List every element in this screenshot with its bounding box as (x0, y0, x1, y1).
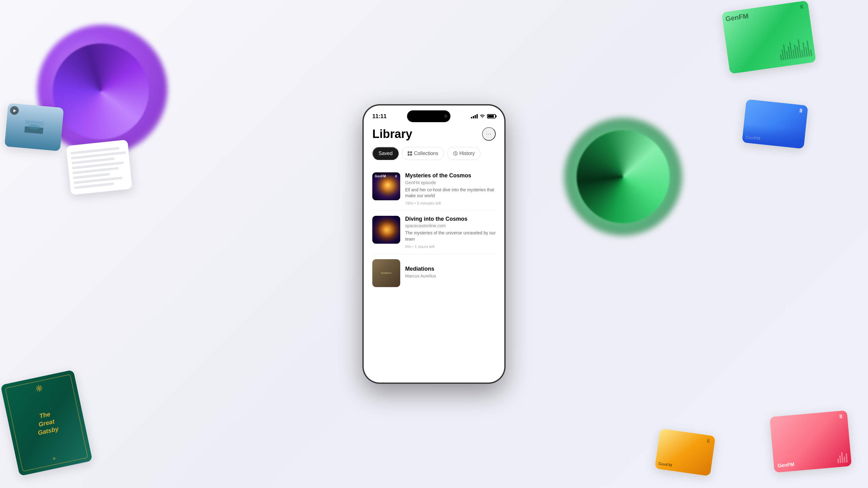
page-title: Library (372, 127, 412, 141)
item-description-diving: The mysteries of the universe unraveled … (405, 230, 496, 242)
genfm-pink-label: GenFM (777, 462, 795, 469)
purple-orb-inner (53, 43, 149, 140)
app-content[interactable]: Library ··· Saved (364, 125, 504, 383)
more-dots-icon: ··· (486, 131, 492, 138)
app-header: Library ··· (372, 127, 496, 141)
svg-rect-5 (408, 154, 409, 156)
filter-tabs: Saved Collections (372, 147, 496, 160)
svg-rect-6 (410, 154, 412, 156)
signal-bar-2 (473, 116, 474, 118)
status-time: 11:11 (372, 113, 386, 120)
clock-icon (453, 151, 458, 156)
floating-card-genfm-green: GenFM ⏸ (721, 0, 816, 74)
status-icons (471, 114, 496, 119)
phone-screen: 11:11 (364, 105, 504, 383)
dynamic-island (407, 111, 451, 122)
item-source-mediations: Marcus Aurelius (405, 273, 496, 278)
thumbnail-mediations: Mediations (372, 259, 400, 287)
library-item-mediations[interactable]: Mediations Mediations Marcus Aurelius (372, 254, 496, 292)
item-info-mediations: Mediations Marcus Aurelius (405, 259, 496, 287)
more-options-button[interactable]: ··· (482, 127, 496, 141)
floating-card-document (66, 140, 133, 195)
grid-icon (408, 151, 412, 156)
signal-bar-3 (475, 115, 476, 118)
item-meta-diving: 0% • 1 hours left (405, 244, 496, 249)
thumbnail-diving (372, 216, 400, 244)
genfm-overlay: GenFM ⏸ (372, 172, 400, 180)
item-title-diving: Diving into the Cosmos (405, 216, 496, 223)
genfm-green-label: GenFM (725, 12, 749, 23)
status-bar: 11:11 (364, 105, 504, 125)
library-item-mysteries[interactable]: GenFM ⏸ Mysteries of the Cosmos GenFM ep… (372, 167, 496, 211)
tab-history-label: History (459, 151, 475, 156)
signal-bar-4 (476, 114, 478, 118)
green-orb-inner (577, 130, 670, 223)
pause-icon-orange: ⏸ (705, 437, 711, 445)
floating-card-genfm-orange: ⏸ GenFM (655, 428, 715, 476)
pause-icon-green: ⏸ (799, 3, 805, 10)
signal-icon (471, 114, 478, 118)
phone-wrapper: 11:11 (363, 104, 505, 384)
island-camera-dot (444, 115, 447, 118)
item-info-mysteries: Mysteries of the Cosmos GenFM episode El… (405, 172, 496, 206)
svg-rect-4 (410, 151, 412, 153)
waveform-green (778, 38, 812, 61)
tab-history[interactable]: History (447, 147, 481, 160)
item-title-mediations: Mediations (405, 266, 496, 273)
floating-card-photo: ▶ (4, 103, 64, 151)
playing-indicator: ⏸ (394, 174, 398, 178)
svg-rect-3 (408, 151, 409, 153)
item-meta-mysteries: 78% • 5 minutes left (405, 201, 496, 206)
item-info-diving: Diving into the Cosmos spacecastonline.c… (405, 216, 496, 249)
genfm-badge: GenFM (375, 175, 386, 178)
pause-icon-blue: ⏸ (798, 107, 804, 114)
thumbnail-mysteries: GenFM ⏸ (372, 172, 400, 200)
wifi-icon (479, 114, 485, 119)
floating-card-genfm-pink: ⏸ GenFM (770, 410, 852, 472)
genfm-orange-label: GenFM (658, 461, 672, 467)
tab-saved[interactable]: Saved (372, 147, 399, 160)
item-source-mysteries: GenFM episode (405, 180, 496, 185)
item-title-mysteries: Mysteries of the Cosmos (405, 172, 496, 179)
library-item-diving[interactable]: Diving into the Cosmos spacecastonline.c… (372, 211, 496, 254)
battery-fill (488, 115, 494, 118)
pause-icon-pink: ⏸ (838, 413, 844, 420)
battery-icon (487, 114, 496, 118)
floating-card-genfm-blue: ⏸ GenFM (742, 99, 808, 149)
tab-saved-label: Saved (378, 151, 393, 156)
tab-collections[interactable]: Collections (402, 147, 444, 160)
photo-scene-icon (24, 120, 44, 134)
signal-bar-1 (471, 117, 472, 118)
phone-frame: 11:11 (363, 104, 505, 384)
tab-collections-label: Collections (414, 151, 438, 156)
item-source-diving: spacecastonline.com (405, 223, 496, 228)
item-description-mysteries: Ell and her co-host dive into the myster… (405, 187, 496, 199)
waveform-pink (837, 452, 847, 463)
